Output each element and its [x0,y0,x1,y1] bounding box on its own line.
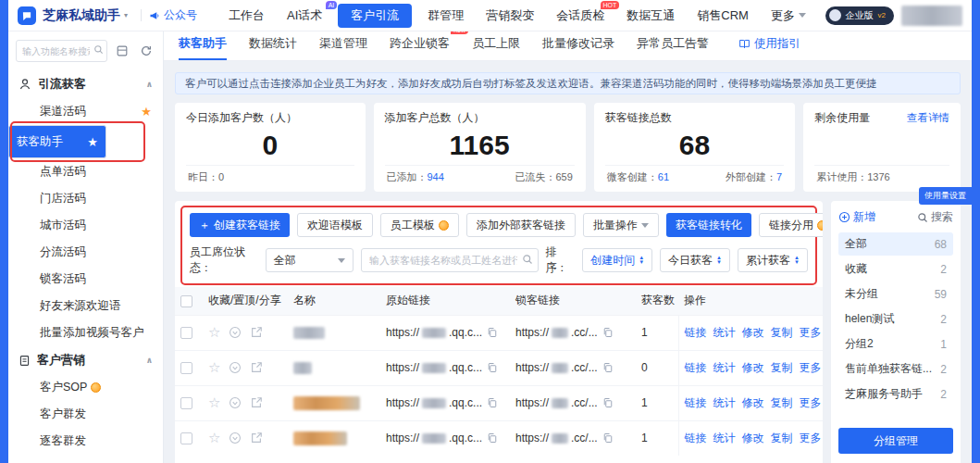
sidebar-item-customer-broadcast[interactable]: 客户群发 [8,401,163,428]
nav-item-data-interop[interactable]: 数据互通 [615,0,686,31]
action-link[interactable]: 链接 [685,326,707,339]
copy-icon[interactable] [487,397,498,408]
group-item-presales-link[interactable]: 售前单独获客链...2 [838,357,953,381]
action-edit[interactable]: 修改 [742,361,764,374]
sidebar-item-batch-video-customers[interactable]: 批量添加视频号客户 [8,319,163,346]
share-icon[interactable] [250,432,263,444]
nav-item-workbench[interactable]: 工作台 [217,0,276,31]
sidebar-item-order-code[interactable]: 点单活码 [8,158,163,185]
copy-icon[interactable] [487,327,498,338]
favorite-star-icon[interactable]: ★ [141,105,152,119]
sort-by-total-count[interactable]: 累计获客▲▼ [738,248,808,272]
favorite-star-icon[interactable]: ☆ [208,359,220,376]
copy-icon[interactable] [602,362,614,373]
copy-icon[interactable] [487,432,498,444]
sidebar-item-acquisition-assistant[interactable]: 获客助手★ [8,125,106,158]
group-item-group2[interactable]: 分组21 [838,332,953,356]
tab-abnormal-staff-alert[interactable]: 异常员工告警 [637,28,709,60]
action-edit[interactable]: 修改 [742,326,764,339]
seat-status-select[interactable]: 全部 [266,248,354,272]
usage-guide-link[interactable]: 使用指引 [738,29,800,60]
nav-item-chat-inspection[interactable]: 会话质检HOT [545,0,615,31]
action-edit[interactable]: 修改 [742,432,764,444]
tab-data-statistics[interactable]: 数据统计 [249,28,297,60]
favorite-star-icon[interactable]: ☆ [208,430,220,446]
nav-item-more[interactable]: 更多 [760,0,817,31]
copy-icon[interactable] [487,362,498,373]
row-checkbox[interactable] [180,327,192,339]
card-view-icon[interactable] [113,42,131,60]
action-edit[interactable]: 修改 [742,396,764,409]
action-more[interactable]: 更多 [800,326,822,339]
sidebar-section-acquisition[interactable]: 引流获客 ∧ [8,70,163,98]
pin-icon[interactable] [229,432,242,444]
tab-channel-management[interactable]: 渠道管理 [319,28,367,60]
share-icon[interactable] [250,396,263,409]
tab-staff-limit[interactable]: 员工上限 [472,28,520,60]
search-icon[interactable] [522,254,533,265]
add-group-button[interactable]: 新增 [838,209,875,225]
pin-icon[interactable] [229,326,242,339]
share-icon[interactable] [250,326,263,339]
nav-item-customer-acquisition[interactable]: 客户引流 [338,4,412,28]
sidebar-item-customer-sop[interactable]: 客户SOP [8,374,163,401]
action-stats[interactable]: 统计 [713,361,736,374]
chevron-down-icon[interactable]: ▾ [124,11,128,19]
pin-icon[interactable] [229,361,242,374]
sort-by-created-time[interactable]: 创建时间▲▼ [582,248,652,272]
action-copy[interactable]: 复制 [771,396,793,409]
link-share-button[interactable]: 链接分用 [759,213,823,237]
sidebar-item-lock-code[interactable]: 锁客活码 [8,266,163,293]
group-item-all[interactable]: 全部68 [838,232,953,256]
usage-settings-tag[interactable]: 使用量设置 [919,187,972,205]
favorite-star-icon[interactable]: ☆ [208,324,220,341]
group-search-button[interactable]: 搜索 [917,209,953,225]
refresh-icon[interactable] [137,42,155,60]
sidebar-item-city-code[interactable]: 城市活码 [8,212,163,239]
favorite-star-icon[interactable]: ★ [87,135,98,149]
nav-item-ai-script[interactable]: AI话术AI [276,0,333,31]
copy-icon[interactable] [602,432,614,444]
staff-template-button[interactable]: 员工模板 [380,213,459,237]
link-conversion-button[interactable]: 获客链接转化 [666,213,751,237]
manage-groups-button[interactable]: 分组管理 [838,428,953,454]
action-stats[interactable]: 统计 [713,396,736,409]
share-icon[interactable] [250,361,263,374]
action-link[interactable]: 链接 [685,432,707,444]
group-item-favorites[interactable]: 收藏2 [838,257,953,281]
tab-cross-enterprise-lock[interactable]: 跨企业锁客new [390,28,450,60]
add-external-link-button[interactable]: 添加外部获客链接 [466,213,576,237]
action-copy[interactable]: 复制 [771,432,793,444]
pin-icon[interactable] [229,396,242,409]
action-more[interactable]: 更多 [800,361,822,374]
tab-acquisition-assistant[interactable]: 获客助手 [179,28,227,60]
nav-item-marketing-fission[interactable]: 营销裂变 [475,0,545,31]
copy-icon[interactable] [602,327,614,338]
create-link-button[interactable]: ＋创建获客链接 [190,213,290,237]
select-all-checkbox[interactable] [180,295,192,307]
copy-icon[interactable] [602,397,614,408]
sort-by-today-count[interactable]: 今日获客▲▼ [660,248,730,272]
action-copy[interactable]: 复制 [771,361,793,374]
action-more[interactable]: 更多 [800,432,822,444]
link-search-input[interactable] [361,248,538,272]
group-item-helen-test[interactable]: helen测试2 [838,307,953,331]
account-avatar[interactable] [901,6,962,26]
action-more[interactable]: 更多 [800,396,822,409]
group-item-ungrouped[interactable]: 未分组59 [838,282,953,306]
action-stats[interactable]: 统计 [713,326,736,339]
view-details-link[interactable]: 查看详情 [907,111,949,125]
group-item-service-assistant[interactable]: 芝麻服务号助手2 [838,382,953,406]
sidebar-item-channel-code[interactable]: 渠道活码★ [8,98,163,125]
row-checkbox[interactable] [180,397,192,409]
sidebar-item-chase-broadcast[interactable]: 逐客群发 [8,428,163,455]
welcome-template-button[interactable]: 欢迎语模板 [297,213,373,237]
sidebar-item-split-code[interactable]: 分流活码 [8,239,163,266]
official-account-link[interactable]: 公众号 [149,7,197,23]
action-stats[interactable]: 统计 [713,432,736,444]
row-checkbox[interactable] [180,362,192,374]
row-checkbox[interactable] [180,432,192,444]
batch-actions-button[interactable]: 批量操作 [583,213,659,237]
action-link[interactable]: 链接 [685,396,707,409]
sidebar-section-marketing[interactable]: 客户营销 ∧ [8,346,163,374]
